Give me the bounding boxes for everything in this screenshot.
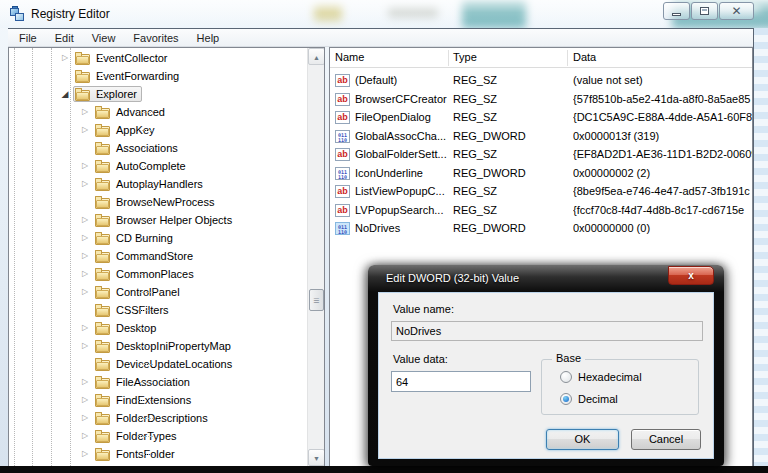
chevron-right-icon[interactable]: ▷ xyxy=(77,211,93,229)
tree-item-commandstore[interactable]: ▷CommandStore xyxy=(77,247,198,265)
chevron-right-icon[interactable]: ▷ xyxy=(77,373,93,391)
radio-decimal[interactable]: Decimal xyxy=(560,392,618,406)
close-button[interactable]: ✕ xyxy=(719,2,754,20)
tree-item-folderdescriptions[interactable]: ▷FolderDescriptions xyxy=(77,409,213,427)
tree-guide-stub xyxy=(138,184,153,185)
chevron-right-icon[interactable]: ▷ xyxy=(77,247,93,265)
tree-item-explorer[interactable]: ◢Explorer xyxy=(57,85,142,103)
tree-guide-stub xyxy=(138,400,153,401)
value-row-browsercfcreator[interactable]: abBrowserCFCreatorREG_SZ{57f8510b-a5e2-4… xyxy=(330,91,752,109)
chevron-right-icon[interactable]: ▷ xyxy=(57,49,73,67)
value-row-globalassoccha[interactable]: 011110GlobalAssocCha...REG_DWORD0x000001… xyxy=(330,128,752,146)
tree-item-body[interactable]: Browser Helper Objects xyxy=(93,212,237,228)
chevron-right-icon[interactable]: ▷ xyxy=(77,265,93,283)
tree-item-associations[interactable]: Associations xyxy=(77,139,183,157)
string-value-icon: ab xyxy=(335,111,350,124)
scroll-down-arrow[interactable]: ▼ xyxy=(308,449,325,466)
chevron-right-icon[interactable]: ▷ xyxy=(77,229,93,247)
tree-item-body[interactable]: EventForwarding xyxy=(73,68,184,84)
tree-item-label: BrowseNewProcess xyxy=(113,195,217,209)
ok-button[interactable]: OK xyxy=(546,429,619,450)
tree-item-controlpanel[interactable]: ▷ControlPanel xyxy=(77,283,185,301)
folder-icon xyxy=(95,142,112,155)
tree-item-eventcollector[interactable]: ▷EventCollector xyxy=(57,49,173,67)
tree-item-fontsfolder[interactable]: ▷FontsFolder xyxy=(77,445,180,463)
menu-favorites[interactable]: Favorites xyxy=(124,31,187,45)
dialog-close-button[interactable]: x xyxy=(668,266,714,285)
chevron-right-icon[interactable]: ▷ xyxy=(77,157,93,175)
chevron-expanded-icon[interactable]: ◢ xyxy=(57,85,73,103)
value-row-globalfoldersett[interactable]: abGlobalFolderSett...REG_SZ{EF8AD2D1-AE3… xyxy=(330,146,752,164)
tree-item-body[interactable]: Advanced xyxy=(93,104,170,120)
scroll-up-arrow[interactable]: ▲ xyxy=(308,48,325,65)
value-data-input[interactable] xyxy=(391,371,531,392)
value-name-field[interactable] xyxy=(391,321,703,341)
chevron-right-icon[interactable]: ▷ xyxy=(77,103,93,121)
tree-guide-stub xyxy=(138,382,153,383)
value-name: GlobalAssocCha... xyxy=(355,130,447,142)
column-header-name[interactable]: Name xyxy=(335,51,364,63)
edit-dword-dialog: Edit DWORD (32-bit) Value x Value name: … xyxy=(368,265,724,466)
regedit-app-icon xyxy=(9,6,25,22)
tree-item-autoplayhandlers[interactable]: ▷AutoplayHandlers xyxy=(77,175,208,193)
radio-hexadecimal[interactable]: Hexadecimal xyxy=(560,370,642,384)
tree-item-browsenewprocess[interactable]: BrowseNewProcess xyxy=(77,193,219,211)
folder-icon xyxy=(95,250,112,263)
tree-item-foldertypes[interactable]: ▷FolderTypes xyxy=(77,427,182,445)
tree-item-fileassociation[interactable]: ▷FileAssociation xyxy=(77,373,195,391)
menu-help[interactable]: Help xyxy=(188,31,229,45)
tree-item-cd-burning[interactable]: ▷CD Burning xyxy=(77,229,178,247)
tree-item-body[interactable]: FontsFolder xyxy=(93,446,180,462)
value-row-default[interactable]: ab(Default)REG_SZ(value not set) xyxy=(330,72,752,90)
radio-unchecked-icon[interactable] xyxy=(560,371,572,383)
tree-item-body[interactable]: EventCollector xyxy=(73,50,173,66)
tree-item-findextensions[interactable]: ▷FindExtensions xyxy=(77,391,196,409)
tree-item-eventforwarding[interactable]: EventForwarding xyxy=(57,67,184,85)
menu-edit[interactable]: Edit xyxy=(46,31,83,45)
column-header-type[interactable]: Type xyxy=(453,51,477,63)
column-separator[interactable] xyxy=(567,50,568,66)
tree-item-body[interactable]: CSSFilters xyxy=(93,302,174,318)
tree-item-desktop[interactable]: ▷Desktop xyxy=(77,319,161,337)
tree-item-appkey[interactable]: ▷AppKey xyxy=(77,121,160,139)
chevron-right-icon[interactable]: ▷ xyxy=(77,391,93,409)
tree-item-advanced[interactable]: ▷Advanced xyxy=(77,103,170,121)
chevron-right-icon[interactable]: ▷ xyxy=(77,409,93,427)
tree-item-autocomplete[interactable]: ▷AutoComplete xyxy=(77,157,191,175)
tree-scrollbar[interactable]: ▲ ☰ ▼ xyxy=(307,48,324,466)
column-header-data[interactable]: Data xyxy=(573,51,596,63)
tree-item-body[interactable]: DeviceUpdateLocations xyxy=(93,356,237,372)
radio-checked-icon[interactable] xyxy=(560,393,572,405)
maximize-button[interactable] xyxy=(691,2,718,20)
chevron-right-icon[interactable]: ▷ xyxy=(77,427,93,445)
tree-item-label: FindExtensions xyxy=(113,393,194,407)
value-row-nodrives[interactable]: 011110NoDrivesREG_DWORD0x00000000 (0) xyxy=(330,220,752,238)
string-value-icon: ab xyxy=(335,185,350,198)
tree-item-commonplaces[interactable]: ▷CommonPlaces xyxy=(77,265,199,283)
value-row-lvpopupsearch[interactable]: abLVPopupSearch...REG_SZ{fccf70c8-f4d7-4… xyxy=(330,202,752,220)
menu-file[interactable]: File xyxy=(10,31,46,45)
tree-item-cssfilters[interactable]: CSSFilters xyxy=(77,301,174,319)
value-row-fileopendialog[interactable]: abFileOpenDialogREG_SZ{DC1C5A9C-E88A-4dd… xyxy=(330,109,752,127)
tree-guide-stub xyxy=(138,364,153,365)
chevron-right-icon[interactable]: ▷ xyxy=(77,319,93,337)
tree-item-browser-helper-objects[interactable]: ▷Browser Helper Objects xyxy=(77,211,237,229)
chevron-right-icon[interactable]: ▷ xyxy=(77,121,93,139)
column-separator[interactable] xyxy=(448,50,449,66)
value-row-listviewpopupc[interactable]: abListViewPopupC...REG_SZ{8be9f5ea-e746-… xyxy=(330,183,752,201)
chevron-right-icon[interactable]: ▷ xyxy=(77,445,93,463)
minimize-button[interactable] xyxy=(663,2,690,20)
tree-item-deviceupdatelocations[interactable]: DeviceUpdateLocations xyxy=(77,355,237,373)
menu-view[interactable]: View xyxy=(83,31,125,45)
chevron-right-icon[interactable]: ▷ xyxy=(77,175,93,193)
tree-item-body[interactable]: CD Burning xyxy=(93,230,178,246)
tree-item-desktopinipropertymap[interactable]: ▷DesktopIniPropertyMap xyxy=(77,337,236,355)
tree-item-body[interactable]: BrowseNewProcess xyxy=(93,194,219,210)
cancel-button[interactable]: Cancel xyxy=(631,429,701,450)
chevron-right-icon[interactable]: ▷ xyxy=(77,283,93,301)
value-row-iconunderline[interactable]: 011110IconUnderlineREG_DWORD0x00000002 (… xyxy=(330,165,752,183)
folder-icon xyxy=(95,232,112,245)
scrollbar-thumb[interactable]: ☰ xyxy=(309,289,324,311)
chevron-right-icon[interactable]: ▷ xyxy=(77,337,93,355)
tree-item-body[interactable]: DesktopIniPropertyMap xyxy=(93,338,236,354)
